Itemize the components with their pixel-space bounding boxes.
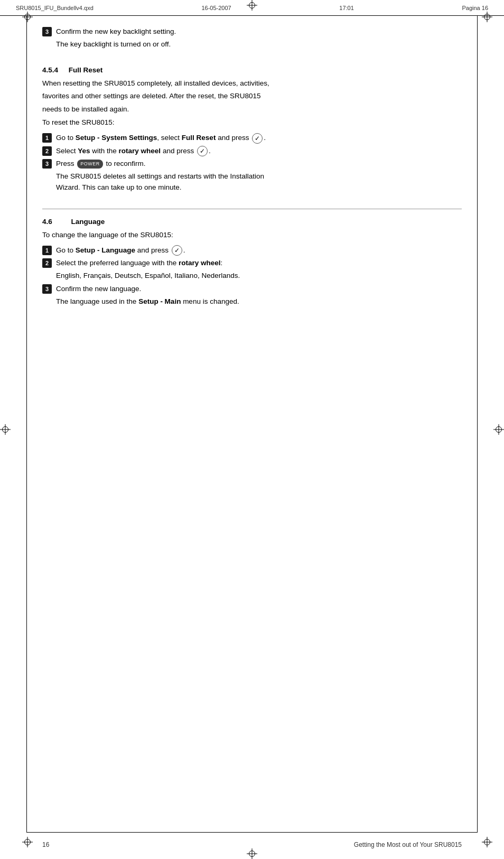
step-badge-46-2: 2 [42, 258, 52, 268]
step-454-1-text: Go to Setup - System Settings, select Fu… [56, 133, 266, 143]
section-454: 4.5.4 Full Reset When resetting the SRU8… [42, 66, 462, 193]
step-454-3-text: Press POWER to reconfirm. [56, 158, 146, 169]
crosshair-left-center [0, 424, 11, 435]
footer-caption: Getting the Most out of Your SRU8015 [354, 841, 462, 848]
step-46-3-sub: The language used in the Setup - Main me… [56, 296, 462, 307]
step-454-3: 3 Press POWER to reconfirm. [42, 158, 462, 169]
step-46-1: 1 Go to Setup - Language and press ✓. [42, 245, 462, 256]
section-divider [42, 209, 462, 209]
rotary-wheel-bold-1: rotary wheel [119, 147, 161, 155]
step-454-3-sub1: The SRU8015 deletes all settings and res… [56, 171, 462, 182]
section-46-label: Language [71, 218, 105, 226]
step-badge-46-1: 1 [42, 246, 52, 255]
yes-bold: Yes [78, 147, 90, 155]
step-badge-2: 2 [42, 146, 52, 156]
setup-language-bold: Setup - Language [76, 246, 135, 254]
body-text-1: When resetting the SRU8015 completely, a… [42, 78, 462, 89]
setup-system-settings-bold: Setup - System Settings [76, 134, 157, 142]
header-time: 17:01 [339, 5, 354, 11]
header-page-label: Pagina 16 [462, 5, 488, 11]
border-bottom [26, 832, 478, 833]
main-content: 3 Confirm the new key backlight setting.… [42, 26, 462, 827]
step-46-2-text: Select the preferred language with the r… [56, 258, 222, 268]
check-button-2: ✓ [197, 146, 208, 156]
step-46-2-sub: English, Français, Deutsch, Español, Ita… [56, 270, 462, 281]
step-46-3-text: Confirm the new language. [56, 284, 141, 294]
check-button-46-1: ✓ [172, 245, 182, 256]
section-confirm-backlight: 3 Confirm the new key backlight setting.… [42, 26, 462, 50]
step-3-confirm: 3 Confirm the new key backlight setting. [42, 26, 462, 37]
power-button: POWER [77, 160, 103, 169]
step-454-3-sub2: Wizard. This can take up to one minute. [56, 182, 462, 193]
crosshair-bottom-center [247, 848, 257, 859]
section-46-number: 4.6 [42, 218, 52, 226]
section-46-title: 4.6 Language [42, 218, 462, 226]
full-reset-bold: Full Reset [182, 134, 216, 142]
section-454-number: 4.5.4 [42, 66, 58, 74]
step-454-2-text: Select Yes with the rotary wheel and pre… [56, 146, 211, 156]
header-filename: SRU8015_IFU_Bundellv4.qxd [16, 5, 94, 11]
body-text-2: favorites and other settings are deleted… [42, 91, 462, 102]
body-text-4: To reset the SRU8015: [42, 117, 462, 128]
header-date: 16-05-2007 [201, 5, 231, 11]
section-454-label: Full Reset [69, 66, 103, 74]
border-right [477, 16, 478, 833]
step-454-1: 1 Go to Setup - System Settings, select … [42, 133, 462, 143]
rotary-wheel-bold-2: rotary wheel [179, 259, 221, 267]
step-3-text: Confirm the new key backlight setting. [56, 26, 176, 37]
page: SRU8015_IFU_Bundellv4.qxd 16-05-2007 17:… [0, 0, 504, 859]
section-46: 4.6 Language To change the language of t… [42, 218, 462, 307]
step-46-1-text: Go to Setup - Language and press ✓. [56, 245, 185, 256]
step-badge-3b: 3 [42, 159, 52, 169]
step-3-sub: The key backlight is turned on or off. [56, 39, 462, 50]
section-46-body1: To change the language of the SRU8015: [42, 230, 462, 241]
footer: 16 Getting the Most out of Your SRU8015 [42, 841, 462, 848]
step-badge-3: 3 [42, 27, 52, 36]
step-badge-46-3: 3 [42, 284, 52, 294]
crosshair-top-center [247, 0, 257, 11]
setup-main-bold: Setup - Main [138, 297, 181, 305]
check-button-1: ✓ [252, 133, 263, 144]
step-46-3: 3 Confirm the new language. [42, 284, 462, 294]
step-454-2: 2 Select Yes with the rotary wheel and p… [42, 146, 462, 156]
body-text-3: needs to be installed again. [42, 104, 462, 115]
section-454-title: 4.5.4 Full Reset [42, 66, 462, 74]
border-left [26, 16, 27, 833]
page-number: 16 [42, 841, 49, 848]
step-badge-1: 1 [42, 133, 52, 143]
crosshair-right-center [493, 424, 504, 435]
step-46-2: 2 Select the preferred language with the… [42, 258, 462, 268]
